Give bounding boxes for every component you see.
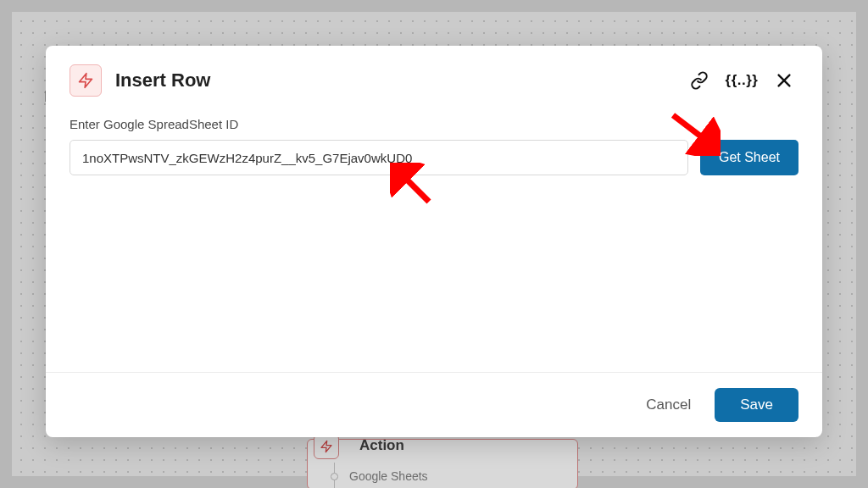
cancel-button[interactable]: Cancel [646,396,691,413]
spreadsheet-id-input[interactable] [70,140,688,175]
save-button[interactable]: Save [715,388,798,422]
modal-footer: Cancel Save [46,372,822,437]
get-sheet-button[interactable]: Get Sheet [700,140,798,175]
variables-button[interactable]: {{..}} [727,66,756,95]
svg-marker-1 [80,74,92,88]
modal-body: Enter Google SpreadSheet ID Get Sheet [46,107,822,372]
modal-title: Insert Row [115,69,671,92]
spreadsheet-id-label: Enter Google SpreadSheet ID [70,117,798,131]
insert-row-modal: Insert Row {{..}} Enter Google SpreadShe… [46,46,822,437]
spreadsheet-id-row: Get Sheet [70,140,798,175]
close-icon[interactable] [770,66,798,95]
link-icon[interactable] [685,66,714,95]
bolt-icon [70,64,102,97]
modal-header: Insert Row {{..}} [46,46,822,107]
